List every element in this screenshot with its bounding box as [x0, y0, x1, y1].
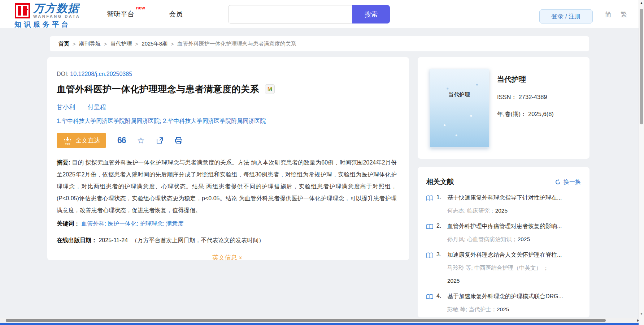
- keyword-separator: ;: [136, 221, 140, 227]
- breadcrumb-separator: >: [135, 41, 139, 47]
- related-item: 4. 基于加速康复外科理念的护理模式联合DRG... 彭敏 等; 当代护士；20…: [426, 293, 581, 314]
- related-item-meta: 马玲玲 等; 中西医结合护理（中英文） ；2025: [447, 264, 581, 285]
- svg-text:free: free: [65, 142, 70, 145]
- journal-name[interactable]: 当代护理: [497, 74, 554, 84]
- breadcrumb-separator: >: [73, 41, 76, 47]
- horizontal-scrollbar[interactable]: ▶: [0, 318, 644, 323]
- related-item-year: 2025: [497, 306, 509, 312]
- issn-value: 2732-4389: [519, 94, 547, 100]
- vertical-scrollbar-thumb[interactable]: [640, 9, 643, 124]
- related-item-title[interactable]: 加速康复外科理念结合人文关怀护理在脊柱...: [447, 251, 581, 259]
- related-item-meta: 彭敏 等; 当代护士；2025: [447, 305, 581, 314]
- print-icon[interactable]: [175, 137, 183, 145]
- nav-item-member[interactable]: 会员: [169, 9, 183, 19]
- header: 万方数据 WANFANG DATA 知识服务平台 智研平台 new 会员 搜索 …: [0, 0, 644, 28]
- related-item-title[interactable]: 基于加速康复外科理念的护理模式联合DRG...: [447, 293, 581, 300]
- book-icon: [426, 252, 433, 258]
- scroll-down-arrow[interactable]: ▼: [639, 312, 644, 316]
- related-articles-card: 相关文献 换一换 1. 基于快速康复外科理念指导下针对性护理在... 何志杰; …: [418, 167, 589, 317]
- doi-link[interactable]: 10.12208/j.cn.20250385: [70, 71, 132, 77]
- online-date-note: （万方平台首次上网日期，不代表论文的发表时间）: [132, 237, 265, 243]
- search-input[interactable]: [228, 5, 352, 23]
- breadcrumb-home[interactable]: 首页: [58, 40, 69, 47]
- online-date-label: 在线出版日期：: [57, 237, 97, 243]
- header-nav: 智研平台 new 会员: [107, 0, 183, 28]
- related-item-title[interactable]: 基于快速康复外科理念指导下针对性护理在...: [447, 194, 581, 202]
- related-item-year: 2025: [518, 236, 530, 242]
- scroll-up-arrow[interactable]: ▲: [639, 1, 644, 5]
- english-info-toggle[interactable]: 英文信息»: [57, 253, 398, 262]
- search-bar: 搜索: [228, 5, 390, 23]
- keyword-link[interactable]: 医护一体化: [108, 221, 136, 227]
- breadcrumb-current-article: 血管外科医护一体化护理理念与患者满意度的关系: [177, 40, 296, 47]
- brand-name-cn: 万方数据: [33, 3, 80, 14]
- abstract-label: 摘要:: [57, 159, 70, 166]
- journal-card: 当代护理 当代护理 ISSN： 2732-4389 年,卷(期)： 2025,6…: [418, 57, 589, 159]
- abstract: 摘要: 目的 探探究血管外科医护一体化护理理念与患者满意度的关系。方法 纳入本次…: [57, 157, 397, 216]
- related-item-number: 4.: [436, 293, 447, 299]
- citation-quote-icon[interactable]: 66: [117, 136, 126, 145]
- breadcrumb: 首页 > 期刊导航 > 当代护理 > 2025年8期 > 血管外科医护一体化护理…: [50, 36, 589, 51]
- chevron-double-down-icon: »: [238, 256, 244, 260]
- book-icon: [426, 224, 433, 230]
- breadcrumb-separator: >: [104, 41, 107, 47]
- m-badge-icon[interactable]: M: [265, 84, 275, 94]
- issn-label: ISSN：: [497, 94, 517, 100]
- book-icon: [426, 294, 433, 300]
- language-switch: 简 繁: [605, 10, 627, 19]
- vertical-scrollbar[interactable]: ▲ ▼: [639, 0, 644, 325]
- author-link[interactable]: 付呈程: [88, 104, 106, 111]
- favorite-star-icon[interactable]: ☆: [137, 136, 145, 145]
- fulltext-access-button[interactable]: free 全文直达: [57, 133, 106, 148]
- new-badge: new: [136, 5, 145, 10]
- keyword-link[interactable]: 血管外科: [81, 221, 104, 227]
- article-title: 血管外科医护一体化护理理念与患者满意度的关系: [57, 83, 259, 95]
- related-item: 2. 血管外科护理中疼痛管理对患者恢复的影响... 孙丹凤; 心血管病防治知识；…: [426, 223, 581, 244]
- breadcrumb-journal[interactable]: 当代护理: [110, 40, 132, 47]
- refresh-related-button[interactable]: 换一换: [555, 178, 581, 186]
- author-link[interactable]: 甘小利: [57, 104, 75, 111]
- related-item: 3. 加速康复外科理念结合人文关怀护理在脊柱... 马玲玲 等; 中西医结合护理…: [426, 251, 581, 285]
- keyword-separator: ;: [104, 221, 108, 227]
- wanfang-article-page: 万方数据 WANFANG DATA 知识服务平台 智研平台 new 会员 搜索 …: [0, 0, 644, 325]
- login-register-button[interactable]: 登录 / 注册: [539, 9, 593, 23]
- breadcrumb-journal-nav[interactable]: 期刊导航: [79, 40, 101, 47]
- brand-name-en: WANFANG DATA: [33, 14, 80, 18]
- online-publish-date-row: 在线出版日期： 2025-11-24 （万方平台首次上网日期，不代表论文的发表时…: [57, 237, 398, 244]
- volume-label: 年,卷(期)：: [497, 111, 527, 117]
- doi-row: DOI: 10.12208/j.cn.20250385: [57, 71, 398, 77]
- related-item: 1. 基于快速康复外科理念指导下针对性护理在... 何志杰; 临床研究；2025: [426, 194, 581, 215]
- related-item-year: 2025: [447, 277, 581, 285]
- related-item-number: 2.: [436, 223, 447, 229]
- brand-subtitle: 知识服务平台: [14, 20, 80, 29]
- action-toolbar: free 全文直达 66 ☆: [57, 133, 398, 148]
- related-item-title[interactable]: 血管外科护理中疼痛管理对患者恢复的影响...: [447, 223, 581, 230]
- related-item-meta: 何志杰; 临床研究；2025: [447, 206, 581, 215]
- journal-issn-row: ISSN： 2732-4389: [497, 93, 554, 101]
- search-button[interactable]: 搜索: [352, 5, 390, 23]
- book-icon: [426, 195, 433, 201]
- wanfang-logo-icon: [14, 3, 30, 19]
- related-item-number: 3.: [436, 251, 447, 258]
- lang-traditional[interactable]: 繁: [616, 10, 627, 19]
- journal-cover-title: 当代护理: [430, 91, 489, 98]
- lang-simplified[interactable]: 简: [605, 10, 616, 19]
- share-export-icon[interactable]: [156, 137, 164, 144]
- keyword-separator: ;: [163, 221, 166, 227]
- affiliations[interactable]: 1.华中科技大学同济医学院附属同济医院; 2.华中科技大学同济医学院附属同济医院: [57, 117, 398, 125]
- horizontal-scrollbar-thumb[interactable]: [6, 319, 606, 322]
- breadcrumb-issue[interactable]: 2025年8期: [142, 40, 167, 47]
- doi-label: DOI:: [57, 71, 69, 77]
- online-date-value: 2025-11-24: [99, 237, 128, 243]
- related-item-meta: 孙丹凤; 心血管病防治知识；2025: [447, 235, 581, 244]
- keyword-link[interactable]: 满意度: [166, 221, 183, 227]
- volume-value: 2025,6(8): [528, 111, 554, 117]
- abstract-text: 目的 探探究血管外科医护一体化护理理念与患者满意度的关系。方法 纳入本次研究患者…: [57, 159, 397, 213]
- refresh-icon: [555, 179, 561, 185]
- journal-cover-image[interactable]: 当代护理: [430, 69, 489, 147]
- footer-edge: [0, 323, 644, 325]
- wanfang-logo[interactable]: 万方数据 WANFANG DATA 知识服务平台: [14, 3, 80, 29]
- related-item-number: 1.: [436, 194, 447, 201]
- keyword-link[interactable]: 护理理念: [140, 221, 163, 227]
- nav-item-zhiyan-platform[interactable]: 智研平台 new: [107, 9, 134, 19]
